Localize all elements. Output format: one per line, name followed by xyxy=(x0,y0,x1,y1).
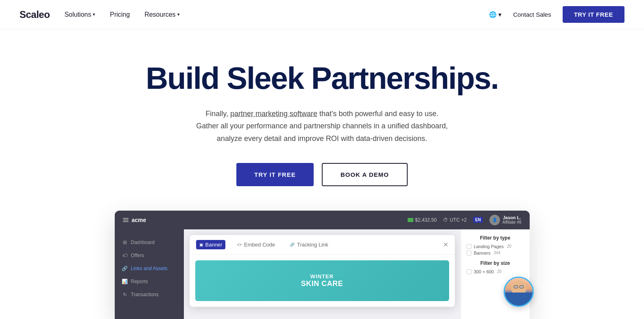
language-selector[interactable]: 🌐 ▾ xyxy=(489,11,502,18)
navigation: Scaleo Solutions ▾ Pricing Resources ▾ 🌐… xyxy=(0,0,644,29)
tab-embed-code[interactable]: <> Embed Code xyxy=(234,240,278,249)
sidebar-item-offers[interactable]: 🏷 Offers xyxy=(115,249,184,262)
links-icon: 🔗 xyxy=(122,266,128,271)
nav-right: 🌐 ▾ Contact Sales TRY IT FREE xyxy=(489,6,624,23)
banner-preview: WINTER SKIN CARE xyxy=(195,260,449,301)
chevron-down-icon: ▾ xyxy=(93,12,95,17)
transactions-icon: ↻ xyxy=(122,292,128,297)
money-icon xyxy=(408,218,413,222)
avatar-image xyxy=(505,278,533,306)
filter-by-type-title: Filter by type xyxy=(467,235,524,241)
tab-banner[interactable]: ▣ Banner xyxy=(196,240,226,249)
globe-icon: 🌐 xyxy=(489,11,497,18)
db-sidebar: ⊞ Dashboard 🏷 Offers 🔗 Links and Assets … xyxy=(115,229,184,319)
nav-solutions[interactable]: Solutions ▾ xyxy=(64,11,95,18)
checkbox-banners[interactable] xyxy=(467,251,472,255)
filter-banners[interactable]: Banners 344 xyxy=(467,251,524,255)
code-icon: <> xyxy=(237,242,242,247)
db-logo: acme xyxy=(132,217,146,223)
db-user: 👤 Jason L. Affiliate #8 xyxy=(489,215,522,225)
clock-icon: ⏱ xyxy=(443,217,448,223)
language-badge[interactable]: EN xyxy=(473,217,483,223)
dashboard-preview: acme $2,432.50 ⏱ UTC +2 EN 👤 xyxy=(115,211,530,319)
contact-sales-link[interactable]: Contact Sales xyxy=(513,11,551,18)
banner-tab-icon: ▣ xyxy=(199,242,203,247)
logo: Scaleo xyxy=(20,9,50,20)
banner-winter-text: WINTER xyxy=(205,273,439,279)
partner-marketing-link[interactable]: partner marketing software xyxy=(230,110,317,118)
hero-section: Build Sleek Partnerships. Finally, partn… xyxy=(0,29,644,319)
sidebar-item-links-assets[interactable]: 🔗 Links and Assets xyxy=(115,262,184,275)
filter-landing-pages[interactable]: Landing Pages 20 xyxy=(467,244,524,249)
sidebar-item-transactions[interactable]: ↻ Transactions xyxy=(115,288,184,301)
db-body: ⊞ Dashboard 🏷 Offers 🔗 Links and Assets … xyxy=(115,229,530,319)
hero-buttons: TRY IT FREE BOOK A DEMO xyxy=(20,163,624,186)
try-free-nav-button[interactable]: TRY IT FREE xyxy=(563,6,624,23)
chevron-down-icon: ▾ xyxy=(177,12,180,17)
db-topbar: acme $2,432.50 ⏱ UTC +2 EN 👤 xyxy=(115,211,530,229)
reports-icon: 📊 xyxy=(122,279,128,284)
hamburger-icon[interactable] xyxy=(123,218,129,222)
user-avatar-small: 👤 xyxy=(489,215,500,225)
db-main: ▣ Banner <> Embed Code 🔗 Tracking Link xyxy=(184,229,461,319)
db-modal-tabs: ▣ Banner <> Embed Code 🔗 Tracking Link xyxy=(190,235,455,255)
db-money: $2,432.50 xyxy=(408,217,437,223)
db-utc: ⏱ UTC +2 xyxy=(443,217,467,223)
book-demo-button[interactable]: BOOK A DEMO xyxy=(322,163,408,186)
floating-avatar xyxy=(504,277,534,307)
checkbox-landing-pages[interactable] xyxy=(467,244,472,249)
checkbox-300x600[interactable] xyxy=(467,269,472,274)
hero-title: Build Sleek Partnerships. xyxy=(20,62,624,95)
try-free-hero-button[interactable]: TRY IT FREE xyxy=(236,163,314,186)
db-modal-content: WINTER SKIN CARE xyxy=(190,255,455,307)
glasses-icon xyxy=(513,285,524,288)
filter-300x600[interactable]: 300 × 600 20 xyxy=(467,269,524,274)
modal-close-button[interactable]: ✕ xyxy=(443,241,448,249)
sidebar-item-dashboard[interactable]: ⊞ Dashboard xyxy=(115,236,184,249)
banner-skincare-text: SKIN CARE xyxy=(205,279,439,288)
filter-by-size-title: Filter by size xyxy=(467,260,524,266)
tab-tracking-link[interactable]: 🔗 Tracking Link xyxy=(286,240,332,249)
hero-subtitle: Finally, partner marketing software that… xyxy=(20,108,624,145)
nav-pricing[interactable]: Pricing xyxy=(110,11,130,18)
link-icon: 🔗 xyxy=(290,242,295,247)
nav-left: Scaleo Solutions ▾ Pricing Resources ▾ xyxy=(20,9,180,20)
db-modal: ▣ Banner <> Embed Code 🔗 Tracking Link xyxy=(190,235,455,307)
chevron-down-icon: ▾ xyxy=(498,11,502,18)
dashboard-icon: ⊞ xyxy=(122,240,128,245)
sidebar-item-reports[interactable]: 📊 Reports xyxy=(115,275,184,288)
offers-icon: 🏷 xyxy=(122,253,128,258)
nav-resources[interactable]: Resources ▾ xyxy=(144,11,179,18)
